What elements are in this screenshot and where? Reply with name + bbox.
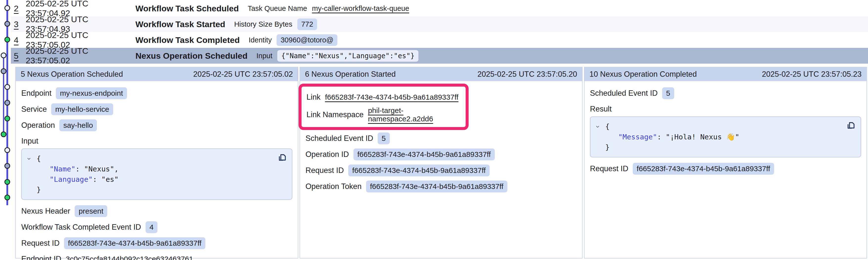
field-label: Workflow Task Completed Event ID [21, 223, 141, 232]
event-name: Nexus Operation Scheduled [135, 51, 247, 61]
field-label: Result [590, 105, 612, 113]
timeline-dot-started[interactable] [4, 163, 10, 169]
panel-title: 5 Nexus Operation Scheduled [21, 70, 123, 79]
field-nexus-header: Nexus Headerpresent [21, 205, 292, 217]
field-value-badge: f665283f-743e-4374-b45b-9a61a89337ff [348, 164, 490, 176]
field-label: Operation [21, 121, 55, 130]
event-detail-value: 30960@totoro@ [277, 34, 337, 46]
panel-title: 10 Nexus Operation Completed [589, 70, 697, 79]
field-request-id: Request IDf665283f-743e-4374-b45b-9a61a8… [306, 164, 577, 176]
event-timestamp: 2025-02-25 UTC 23:57:05.02 [26, 46, 132, 65]
field-label-input: Input [21, 137, 292, 146]
collapse-json-button[interactable] [26, 155, 32, 162]
field-value-badge: f665283f-743e-4374-b45b-9a61a89337ff [633, 163, 774, 175]
json-line: { [37, 153, 275, 164]
field-label: Nexus Header [21, 207, 70, 216]
json-key: "Language" [50, 175, 93, 184]
timeline-dot-pending[interactable] [4, 84, 10, 90]
collapse-json-button[interactable] [594, 123, 601, 130]
panel-header: 5 Nexus Operation Scheduled2025-02-25 UT… [16, 67, 298, 81]
json-line: "Language": "es" [37, 174, 275, 185]
field-value-badge: 4 [146, 221, 158, 233]
event-detail-panel-1: 5 Nexus Operation Scheduled2025-02-25 UT… [15, 67, 298, 259]
event-row-4[interactable]: 42025-02-25 UTC 23:57:05.02Workflow Task… [11, 32, 868, 48]
timeline-dot-completed[interactable] [4, 195, 10, 200]
event-id-link[interactable]: 5 [14, 51, 26, 61]
panel-body: Endpointmy-nexus-endpointServicemy-hello… [16, 81, 298, 260]
field-label: Operation ID [306, 150, 349, 159]
json-line: "Message": "¡Hola! Nexus 👋" [605, 132, 843, 142]
json-content: { "Name": "Nexus", "Language": "es"} [37, 153, 275, 195]
panel-header: 10 Nexus Operation Completed2025-02-25 U… [585, 67, 867, 81]
field-endpoint: Endpointmy-nexus-endpoint [21, 87, 292, 99]
field-label: Service [21, 105, 47, 114]
event-row-2[interactable]: 22025-02-25 UTC 23:57:04.92Workflow Task… [11, 0, 868, 16]
event-detail-value[interactable]: my-caller-workflow-task-queue [312, 4, 409, 12]
field-label: Link [307, 93, 320, 102]
event-detail-panel-3: 10 Nexus Operation Completed2025-02-25 U… [584, 67, 867, 259]
field-value-badge: my-nexus-endpoint [56, 87, 127, 99]
timeline-branch-line [3, 56, 4, 135]
copy-button[interactable] [277, 152, 287, 163]
json-line: { [605, 121, 843, 132]
field-scheduled-event-id: Scheduled Event ID5 [306, 133, 577, 144]
timeline-dot-started[interactable] [1, 68, 6, 74]
field-endpoint-id: Endpoint ID3c0c75ccfa8144b092c13ce632463… [21, 253, 292, 260]
field-value-badge: 5 [662, 87, 674, 99]
field-link: Linkf665283f-743e-4374-b45b-9a61a89337ff [307, 91, 463, 103]
event-id-link[interactable]: 4 [14, 35, 26, 45]
json-line: } [605, 142, 843, 152]
field-label: Endpoint [21, 89, 52, 98]
json-content: { "Message": "¡Hola! Nexus 👋"} [605, 121, 843, 152]
field-value-badge: my-hello-service [51, 103, 113, 115]
field-label: Request ID [306, 166, 344, 175]
timeline-dot-completed[interactable] [1, 132, 6, 137]
timeline-dot-completed[interactable] [4, 37, 10, 42]
panel-title: 6 Nexus Operation Started [305, 70, 396, 79]
field-label: Input [21, 137, 38, 146]
field-value-badge: 5 [378, 133, 390, 144]
timeline-dot-started[interactable] [4, 21, 10, 27]
field-operation-token: Operation Tokenf665283f-743e-4374-b45b-9… [306, 181, 577, 192]
timeline-dot-pending[interactable] [4, 147, 10, 153]
field-value-link[interactable]: 3c0c75ccfa8144b092c13ce632463761 [66, 255, 193, 260]
timeline-dot-started[interactable] [4, 100, 10, 106]
field-link-namespace: Link Namespacephil-target-namespace2.a2d… [307, 106, 463, 123]
panel-body: Linkf665283f-743e-4374-b45b-9a61a89337ff… [300, 81, 582, 192]
event-id-link[interactable]: 3 [14, 20, 26, 29]
json-line: "Name": "Nexus", [37, 164, 275, 174]
event-row-3[interactable]: 32025-02-25 UTC 23:57:04.93Workflow Task… [11, 16, 868, 32]
timeline-dot-pending[interactable] [1, 52, 6, 58]
event-detail-value: 772 [297, 18, 317, 30]
timeline-dot-pending[interactable] [4, 5, 10, 11]
event-detail-label: Identity [249, 36, 272, 44]
panel-body: Scheduled Event ID5Result{ "Message": "¡… [585, 81, 867, 175]
json-line: } [37, 185, 275, 195]
copy-icon [277, 152, 287, 162]
event-id-link[interactable]: 2 [14, 4, 26, 13]
event-detail-value: {"Name":"Nexus","Language":"es"} [277, 50, 418, 62]
field-value-badge: f665283f-743e-4374-b45b-9a61a89337ff [366, 181, 507, 192]
json-key: "Name" [50, 165, 75, 173]
field-label: Endpoint ID [21, 255, 61, 260]
panel-timestamp: 2025-02-25 UTC 23:57:05.20 [477, 70, 577, 79]
chevron-down-icon [26, 155, 32, 162]
field-label: Scheduled Event ID [590, 89, 658, 98]
field-value-link[interactable]: phil-target-namespace2.a2dd6 [368, 106, 463, 123]
event-row-5[interactable]: 52025-02-25 UTC 23:57:05.02Nexus Operati… [11, 48, 868, 64]
code-viewer: { "Name": "Nexus", "Language": "es"} [21, 149, 292, 200]
timeline-dot-completed[interactable] [4, 179, 10, 185]
event-name: Workflow Task Scheduled [135, 4, 239, 13]
field-label: Request ID [590, 164, 628, 173]
field-label-result: Result [590, 105, 861, 113]
field-value-link[interactable]: f665283f-743e-4374-b45b-9a61a89337ff [325, 93, 459, 101]
event-name: Workflow Task Started [135, 20, 225, 29]
field-label: Operation Token [306, 182, 362, 191]
highlight-annotation: Linkf665283f-743e-4374-b45b-9a61a89337ff… [299, 84, 469, 130]
panel-timestamp: 2025-02-25 UTC 23:57:05.02 [193, 70, 293, 79]
copy-button[interactable] [846, 120, 856, 131]
chevron-down-icon [594, 123, 601, 130]
field-value-badge: say-hello [59, 119, 97, 131]
timeline-dot-completed[interactable] [4, 116, 10, 121]
field-workflow-task-completed-event-id: Workflow Task Completed Event ID4 [21, 221, 292, 233]
